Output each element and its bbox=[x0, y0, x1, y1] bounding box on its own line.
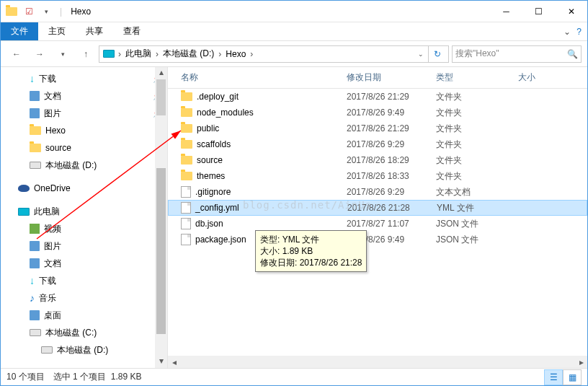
file-list-pane: 名称 修改日期 类型 大小 .deploy_git2017/8/26 21:29… bbox=[168, 67, 587, 368]
folder-icon bbox=[4, 4, 19, 19]
maximize-button[interactable]: ☐ bbox=[522, 1, 555, 22]
file-row[interactable]: node_modules2017/8/26 9:49文件夹 bbox=[168, 105, 587, 120]
file-list[interactable]: .deploy_git2017/8/26 21:29文件夹node_module… bbox=[168, 89, 587, 356]
breadcrumb-folder[interactable]: Hexo bbox=[223, 49, 249, 59]
separator: | bbox=[57, 6, 65, 17]
column-date[interactable]: 修改日期 bbox=[347, 71, 436, 84]
qat-properties-icon[interactable]: ☑ bbox=[21, 4, 37, 19]
tree-downloads[interactable]: ↓下载📌 bbox=[1, 70, 167, 87]
folder-icon bbox=[181, 140, 192, 149]
history-dropdown-icon[interactable]: ⌄ bbox=[415, 51, 427, 58]
file-icon bbox=[181, 218, 191, 229]
tree-localdisk-d[interactable]: 本地磁盘 (D:) bbox=[1, 157, 167, 174]
refresh-button[interactable]: ↻ bbox=[428, 46, 445, 62]
ribbon-expand-icon[interactable]: ⌄ bbox=[564, 27, 571, 37]
music-icon: ♪ bbox=[30, 292, 35, 304]
close-button[interactable]: ✕ bbox=[555, 1, 587, 22]
download-icon: ↓ bbox=[30, 275, 35, 286]
file-type: 文本文档 bbox=[436, 186, 518, 198]
search-input[interactable]: 搜索"Hexo" 🔍 bbox=[452, 45, 582, 63]
file-icon bbox=[181, 186, 191, 198]
file-type: 文件夹 bbox=[436, 123, 518, 135]
file-date: 2017/8/26 9:29 bbox=[347, 187, 436, 197]
picture-icon bbox=[30, 241, 40, 251]
chevron-right-icon[interactable]: › bbox=[154, 49, 160, 59]
folder-icon bbox=[181, 92, 192, 101]
help-icon[interactable]: ? bbox=[576, 27, 582, 37]
tree-music[interactable]: ♪音乐 bbox=[1, 289, 167, 307]
tree-documents2[interactable]: 文档 bbox=[1, 255, 167, 272]
up-button[interactable]: ↑ bbox=[76, 44, 96, 64]
tree-pictures[interactable]: 图片📌 bbox=[1, 105, 167, 122]
tree-source[interactable]: source bbox=[1, 139, 167, 157]
file-name: .gitignore bbox=[195, 187, 231, 197]
navigation-pane[interactable]: ↓下载📌 文档📌 图片📌 Hexo source 本地磁盘 (D:) OneDr… bbox=[1, 67, 168, 368]
desktop-icon bbox=[30, 310, 40, 320]
chevron-right-icon[interactable]: › bbox=[249, 49, 254, 59]
column-size[interactable]: 大小 bbox=[518, 71, 587, 84]
nav-scrollbar[interactable]: ▴ ▾ bbox=[155, 67, 167, 368]
tree-videos[interactable]: 视频 bbox=[1, 220, 167, 237]
file-date: 2017/8/26 9:29 bbox=[347, 139, 436, 149]
breadcrumb-drive[interactable]: 本地磁盘 (D:) bbox=[160, 48, 217, 60]
tree-thispc[interactable]: 此电脑 bbox=[1, 203, 167, 220]
file-row[interactable]: db.json2017/8/27 11:07JSON 文件 bbox=[168, 216, 587, 232]
download-icon: ↓ bbox=[30, 73, 35, 84]
breadcrumb-thispc[interactable]: 此电脑 bbox=[122, 48, 154, 60]
tree-hexo[interactable]: Hexo bbox=[1, 122, 167, 139]
tree-localdisk-d2[interactable]: 本地磁盘 (D:) bbox=[1, 341, 167, 359]
column-type[interactable]: 类型 bbox=[436, 71, 518, 84]
tab-file[interactable]: 文件 bbox=[1, 22, 38, 40]
view-details-button[interactable]: ☰ bbox=[544, 369, 563, 385]
file-date: 2017/8/26 21:29 bbox=[347, 123, 436, 133]
recent-dropdown-icon[interactable]: ▾ bbox=[53, 44, 73, 64]
forward-button[interactable]: → bbox=[30, 44, 50, 64]
folder-icon bbox=[181, 156, 192, 165]
file-date: 2017/8/26 21:28 bbox=[347, 203, 437, 213]
chevron-right-icon[interactable]: › bbox=[117, 49, 122, 59]
file-row[interactable]: .gitignore2017/8/26 9:29文本文档 bbox=[168, 184, 587, 200]
file-row[interactable]: source2017/8/26 18:29文件夹 bbox=[168, 152, 587, 168]
file-row[interactable]: public2017/8/26 21:29文件夹 bbox=[168, 120, 587, 136]
file-row[interactable]: _config.yml2017/8/26 21:28YML 文件 bbox=[168, 200, 587, 216]
file-row[interactable]: scaffolds2017/8/26 9:29文件夹 bbox=[168, 136, 587, 152]
tree-pictures2[interactable]: 图片 bbox=[1, 237, 167, 255]
file-type: 文件夹 bbox=[436, 170, 518, 183]
file-name: .deploy_git bbox=[197, 92, 239, 102]
column-name[interactable]: 名称 bbox=[168, 71, 347, 84]
tree-onedrive[interactable]: OneDrive bbox=[1, 180, 167, 197]
file-type: 文件夹 bbox=[436, 154, 518, 167]
document-icon bbox=[30, 258, 40, 268]
view-icons-button[interactable]: ▦ bbox=[563, 369, 582, 385]
file-date: 2017/8/26 18:33 bbox=[347, 171, 436, 181]
file-date: 2017/8/27 11:07 bbox=[347, 219, 436, 229]
breadcrumb[interactable]: › 此电脑 › 本地磁盘 (D:) › Hexo › ⌄ ↻ bbox=[99, 45, 449, 63]
onedrive-icon bbox=[18, 185, 30, 192]
file-row[interactable]: .deploy_git2017/8/26 21:29文件夹 bbox=[168, 89, 587, 105]
tab-view[interactable]: 查看 bbox=[113, 22, 151, 40]
status-bar: 10 个项目 选中 1 个项目 1.89 KB ☰ ▦ bbox=[1, 368, 587, 385]
column-headers: 名称 修改日期 类型 大小 bbox=[168, 67, 587, 89]
file-name: public bbox=[197, 123, 219, 133]
back-button[interactable]: ← bbox=[6, 44, 27, 64]
tree-desktop[interactable]: 桌面 bbox=[1, 307, 167, 324]
file-row[interactable]: package.json2017/8/26 9:49JSON 文件 bbox=[168, 232, 587, 247]
file-name: db.json bbox=[195, 219, 223, 229]
tree-localdisk-c[interactable]: 本地磁盘 (C:) bbox=[1, 324, 167, 341]
file-icon bbox=[181, 234, 191, 245]
pc-icon bbox=[102, 48, 115, 61]
status-item-count: 10 个项目 bbox=[6, 371, 45, 383]
tree-documents[interactable]: 文档📌 bbox=[1, 87, 167, 105]
tab-home[interactable]: 主页 bbox=[38, 22, 76, 40]
pc-icon bbox=[18, 208, 30, 216]
file-name: scaffolds bbox=[197, 139, 231, 149]
minimize-button[interactable]: ─ bbox=[490, 1, 522, 22]
search-icon[interactable]: 🔍 bbox=[567, 49, 578, 59]
chevron-right-icon[interactable]: › bbox=[217, 49, 223, 59]
horizontal-scrollbar[interactable]: ◂▸ bbox=[168, 356, 587, 368]
file-type: 文件夹 bbox=[436, 139, 518, 151]
qat-dropdown-icon[interactable]: ▾ bbox=[38, 4, 54, 19]
tab-share[interactable]: 共享 bbox=[76, 22, 113, 40]
tree-downloads2[interactable]: ↓下载 bbox=[1, 272, 167, 289]
file-row[interactable]: themes2017/8/26 18:33文件夹 bbox=[168, 168, 587, 184]
